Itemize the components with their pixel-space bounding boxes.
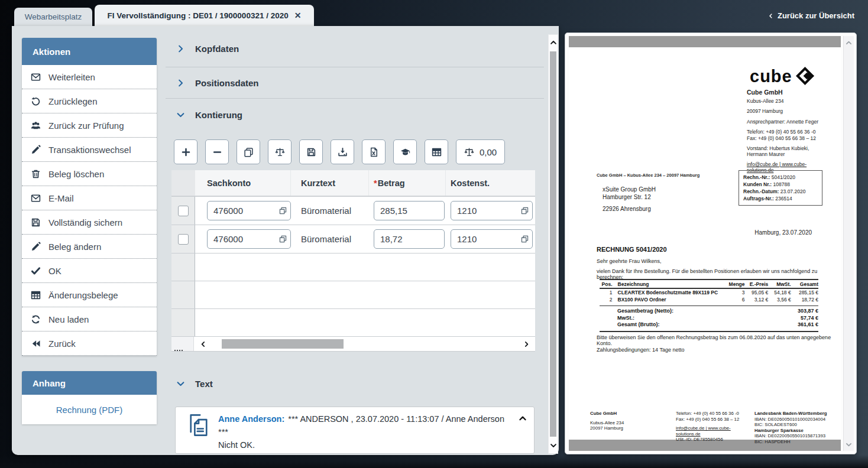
tab-label: FI Vervollständigung : DE01 / 1900000321… [108,11,289,20]
action-vollstaendig-sichern[interactable]: Vollständig sichern [22,210,157,235]
chevron-right-icon [176,79,185,87]
learning-button[interactable] [393,139,417,164]
recipient-city: 22926 Ahrensburg [603,205,656,213]
value-help-icon[interactable] [521,207,529,214]
pdf-toolbar-strip [569,36,841,47]
balance-indicator[interactable]: 0,00 [456,139,505,164]
save-icon [31,217,41,228]
pdf-scroll-up-button[interactable] [844,37,854,48]
company-fax: Fax: +49 (0) 040 55 66 38 – 12 [747,136,821,142]
back-to-overview-link[interactable]: Zurück zur Übersicht [768,11,854,20]
section-label: Kopfdaten [195,44,239,54]
copy-icon [244,147,254,157]
action-zurueck[interactable]: Zurück [22,332,157,356]
actions-list: Weiterleiten Zurücklegen Zurück zur Prüf… [22,65,157,356]
action-label: Vollständig sichern [48,217,122,228]
table-row: Büromaterial [171,196,535,225]
recipient-name: xSuite Group GmbH [603,186,656,193]
attachment-link-rechnung-pdf[interactable]: Rechnung (PDF) [56,405,123,415]
action-label: Beleg ändern [48,242,101,252]
tab-label: Webarbeitsplatz [25,12,82,21]
row-checkbox[interactable] [178,206,189,216]
column-header-sachkonto: Sachkonto [195,170,291,196]
action-neu-laden[interactable]: Neu laden [22,307,157,332]
action-email[interactable]: E-Mail [22,186,157,210]
kurztext-value: Büromaterial [301,234,351,244]
intro-line: vielen Dank für Ihre Bestellung. Für die… [597,268,841,280]
action-zuruecklegen[interactable]: Zurücklegen [22,89,157,113]
scroll-left-button[interactable] [194,337,212,351]
mail-icon [31,193,41,203]
users-icon [31,121,41,131]
tab-webarbeitsplatz[interactable]: Webarbeitsplatz [14,8,92,26]
scrollbar-thumb[interactable] [550,51,556,437]
invoice-title: RECHNUNG 5041/2020 [597,246,667,253]
company-name: Cube GmbH [747,90,821,96]
balance-scale-icon [464,147,474,157]
check-icon [31,266,41,276]
betrag-input[interactable] [374,229,445,249]
scrollbar-track[interactable] [212,337,517,351]
sachkonto-input[interactable] [207,201,291,220]
table-view-button[interactable] [425,139,448,164]
value-help-icon[interactable] [521,235,529,243]
section-kontierung[interactable]: Kontierung [166,99,544,131]
excel-file-icon [369,147,379,157]
back-link-label: Zurück zur Übersicht [778,11,854,20]
section-kopfdaten[interactable]: Kopfdaten [166,31,544,67]
footer-contact-column: Telefon: +49 (0) 40 55 66 36 -0 Fax: +49… [676,411,753,443]
add-row-button[interactable] [174,139,197,164]
action-ok[interactable]: OK [22,259,157,283]
save-icon [306,147,316,157]
scroll-up-icon[interactable] [519,414,527,422]
close-tab-icon[interactable]: ✕ [294,11,302,20]
pdf-scroll-down-button[interactable] [844,439,854,450]
betrag-input[interactable] [374,201,445,220]
action-zurueck-zur-pruefung[interactable]: Zurück zur Prüfung [22,113,157,138]
scrollbar-thumb[interactable] [222,339,344,349]
footer-bank-column: Landesbank Baden-Württemberg IBAN: DE026… [754,411,837,445]
minus-icon [212,147,222,157]
cube-logo-icon [795,66,815,86]
action-aenderungsbelege[interactable]: Änderungsbelege [22,283,157,307]
row-checkbox[interactable] [178,234,189,245]
balance-scale-icon [275,147,285,157]
copy-row-button[interactable] [237,139,260,164]
action-beleg-loeschen[interactable]: Beleg löschen [22,162,157,186]
action-label: Beleg löschen [48,169,104,179]
action-beleg-aendern[interactable]: Beleg ändern [22,235,157,259]
attachment-title: Anhang [33,378,66,388]
value-help-icon[interactable] [279,235,287,243]
scroll-down-button[interactable] [549,439,558,452]
section-positionsdaten[interactable]: Positionsdaten [166,67,544,99]
balance-button[interactable] [268,139,292,164]
tab-fi-vervollstaendigung[interactable]: FI Vervollständigung : DE01 / 1900000321… [95,5,314,26]
pdf-page: cube Cube GmbH Kubus-Allee 234 20097 Ham… [569,47,841,440]
value-help-icon[interactable] [279,207,287,214]
action-label: Neu laden [48,314,89,324]
action-transaktionswechsel[interactable]: Transaktionswechsel [22,138,157,162]
empty-table-row [171,308,535,336]
remove-row-button[interactable] [205,139,229,164]
section-text[interactable]: Text [166,372,544,395]
attachment-panel-header: Anhang [22,371,157,395]
invoice-item-row: 2 BX100 PAVO Ordner 6 3,12 € 3,56 € 18,7… [600,296,818,303]
company-phone: Telefon: +49 (0) 40 55 66 36 -0 [747,129,821,135]
action-weiterleiten[interactable]: Weiterleiten [22,65,157,89]
kontierung-table: Sachkonto Kurztext *Betrag Kostenst. Bür… [171,170,535,352]
table-header-row: Sachkonto Kurztext *Betrag Kostenst. [171,170,535,196]
action-label: Weiterleiten [48,72,95,82]
trash-icon [31,169,41,179]
download-button[interactable] [331,139,354,164]
scroll-right-button[interactable] [517,337,535,351]
pdf-scrollbar[interactable] [843,36,854,451]
vertical-scrollbar[interactable] [548,34,558,454]
resize-grip[interactable] [173,349,184,352]
sachkonto-input[interactable] [207,229,291,249]
action-label: Zurücklegen [48,96,98,106]
required-marker: * [374,178,377,188]
save-template-button[interactable] [299,139,323,164]
excel-export-button[interactable] [362,139,386,164]
scroll-up-button[interactable] [549,36,558,49]
footer-company-column: Cube GmbH Kubus-Allee 234 20097 Hamburg [590,411,649,431]
